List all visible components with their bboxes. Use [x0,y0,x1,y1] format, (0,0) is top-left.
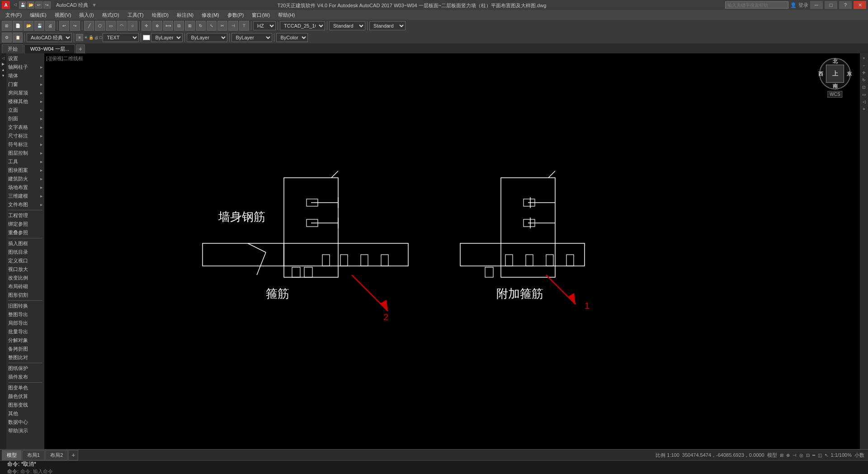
tb2-color-block[interactable] [143,35,150,40]
sidebar-other[interactable]: 其他 [6,409,44,418]
menu-dimension[interactable]: 标注(N) [173,10,197,20]
tb1-btn1[interactable]: ⊞ [2,21,12,31]
tb1-rect[interactable]: ▭ [106,21,116,31]
tab-drawing[interactable]: W03~W04 一层... [24,44,75,53]
sidebar-expand-btn[interactable]: ▶ [0,61,6,66]
sidebar-change-scale[interactable]: 改变比例 [6,274,44,282]
menu-tools[interactable]: 工具(T) [124,10,147,20]
sidebar-zoom-viewport[interactable]: 视口放大 [6,265,44,274]
style-select1[interactable]: Standard [329,21,365,30]
font-select[interactable]: HZ [253,21,276,30]
sidebar-3d[interactable]: 三维建模 [6,192,44,200]
layout-add-btn[interactable]: + [68,450,78,460]
sidebar-fire[interactable]: 建筑防火 [6,175,44,183]
menu-modify[interactable]: 修改(M) [198,10,223,20]
sidebar-help[interactable]: 帮助演示 [6,427,44,435]
sidebar-overlap-xref[interactable]: 重叠参照 [6,228,44,237]
ortho-icon[interactable]: ⊣ [793,453,797,458]
tb1-copy[interactable]: ⊕ [152,21,162,31]
tb1-redo[interactable]: ↪ [70,21,80,31]
layer-select[interactable]: TEXT [103,33,139,42]
plot-style-select[interactable]: ByColor [276,33,308,42]
sidebar-section[interactable]: 剖面 [6,114,44,123]
tb1-rotate[interactable]: ↻ [196,21,206,31]
help-window-btn[interactable]: ? [839,1,852,9]
size-select[interactable]: TCCAD_25_10( [280,21,325,30]
tb1-btn3[interactable]: 📂 [24,21,33,31]
sidebar-old-convert[interactable]: 旧图转换 [6,302,44,310]
menu-view[interactable]: 视图(V) [51,10,75,20]
menu-params[interactable]: 参数(P) [224,10,248,20]
quick-open-btn[interactable]: 📂 [27,1,34,9]
sidebar-door-window[interactable]: 门窗 [6,80,44,89]
quick-access-btn[interactable]: ◁ [12,1,18,8]
sidebar-tools[interactable]: 工具 [6,157,44,166]
tb1-btn2[interactable]: 📄 [13,21,23,31]
tb1-scale[interactable]: ⤡ [207,21,217,31]
tb2-settings[interactable]: ⚙ [2,33,12,43]
sidebar-scroll-up[interactable]: ▲ [0,67,6,72]
sidebar-elevation[interactable]: 立面 [6,106,44,114]
tb1-array[interactable]: ⊞ [185,21,195,31]
linetype-select1[interactable]: ByLayer [187,33,227,42]
cmd-input[interactable] [20,469,861,474]
sidebar-wall[interactable]: 墙体 [6,71,44,80]
menu-file[interactable]: 文件(F) [2,10,25,20]
close-btn[interactable]: ✕ [854,1,866,9]
tb1-offset[interactable]: ⊟ [174,21,184,31]
redo-btn[interactable]: ↪ [43,1,51,9]
tb1-poly[interactable]: ⬡ [95,21,105,31]
grid-icon[interactable]: ⊞ [780,453,783,458]
quick-save-btn[interactable]: 💾 [19,1,26,9]
search-input[interactable] [725,1,788,9]
tb1-line[interactable]: ╱ [84,21,94,31]
tb1-undo[interactable]: ↩ [59,21,69,31]
menu-draw[interactable]: 绘图(D) [148,10,172,20]
tab-add-btn[interactable]: + [76,44,85,53]
sidebar-decompose[interactable]: 分解对象 [6,336,44,345]
sidebar-project-mgmt[interactable]: 工程管理 [6,211,44,220]
sidebar-axis-column[interactable]: 轴网柱子 [6,63,44,71]
rp-prev[interactable]: ◁ [861,99,867,105]
sidebar-mono[interactable]: 图变单色 [6,384,44,392]
tb1-extend[interactable]: ⊣ [228,21,238,31]
sidebar-collapse-btn[interactable]: ◁ [0,55,6,61]
menu-edit[interactable]: 编辑(E) [26,10,50,20]
rp-pan[interactable]: ✛ [861,70,867,76]
layout-tab-2[interactable]: 布局2 [45,450,68,460]
polar-icon[interactable]: ◎ [799,453,803,458]
sidebar-batch-export[interactable]: 批量导出 [6,327,44,336]
menu-window[interactable]: 窗口(W) [248,10,274,20]
sidebar-bind-xref[interactable]: 绑定参照 [6,220,44,228]
sidebar-site[interactable]: 场地布置 [6,183,44,192]
sidebar-file-layout[interactable]: 文件布图 [6,200,44,209]
sidebar-color-calc[interactable]: 颜色伏算 [6,392,44,401]
lineweight-icon[interactable]: ━ [812,453,815,458]
sidebar-data-center[interactable]: 数据中心 [6,418,44,427]
osnap-icon[interactable]: ⊡ [806,453,810,458]
tb1-mirror[interactable]: ⟺ [163,21,173,31]
rp-window[interactable]: ▭ [861,91,867,98]
sidebar-plugin-publish[interactable]: 插件发布 [6,373,44,381]
sidebar-dimension[interactable]: 尺寸标注 [6,132,44,140]
sidebar-stair[interactable]: 楼梯其他 [6,97,44,106]
layout-tab-model[interactable]: 模型 [2,450,22,460]
tb1-btn5[interactable]: 🖨 [45,21,55,31]
sidebar-protect[interactable]: 图纸保护 [6,364,44,373]
sidebar-define-viewport[interactable]: 定义视口 [6,256,44,265]
sidebar-tile[interactable]: 布局砖砌 [6,282,44,291]
maximize-btn[interactable]: □ [825,1,837,9]
rp-view-props[interactable]: ≡ [861,106,867,112]
style-select2[interactable]: Standard [369,21,406,30]
sidebar-shape-line[interactable]: 图形变线 [6,401,44,409]
sidebar-insert-frame[interactable]: 插入图框 [6,239,44,248]
minimize-btn[interactable]: ─ [810,1,823,9]
rp-orbit[interactable]: ↻ [861,77,867,83]
tb1-trim[interactable]: ✂ [217,21,227,31]
sidebar-settings[interactable]: 设置 [6,54,44,63]
sidebar-symbol[interactable]: 符号标注 [6,140,44,149]
rp-zoom-out[interactable]: − [861,62,867,69]
tab-start[interactable]: 开始 [2,44,24,53]
tb1-arc[interactable]: ◠ [117,21,127,31]
app-select[interactable]: AutoCAD 经典 [27,33,72,42]
